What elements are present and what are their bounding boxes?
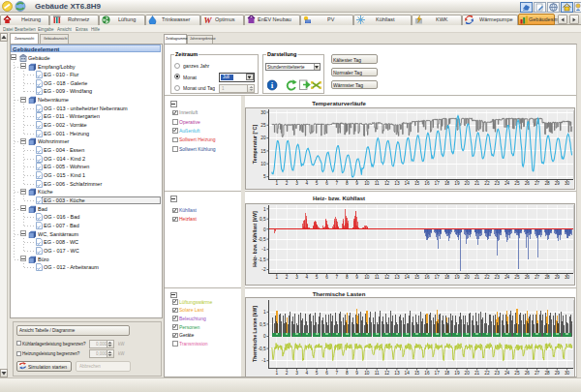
svg-text:-1: -1 — [261, 358, 266, 363]
svg-text:5: 5 — [316, 275, 319, 280]
svg-text:23: 23 — [495, 275, 501, 280]
svg-text:13: 13 — [394, 181, 400, 186]
svg-text:29: 29 — [555, 371, 561, 376]
svg-text:25: 25 — [514, 275, 520, 280]
svg-text:6: 6 — [325, 275, 328, 280]
svg-text:14: 14 — [405, 371, 411, 376]
svg-text:30: 30 — [260, 110, 266, 115]
svg-text:7: 7 — [335, 275, 338, 280]
svg-text:27: 27 — [535, 371, 540, 376]
svg-text:15: 15 — [414, 181, 420, 186]
svg-text:20: 20 — [465, 181, 471, 186]
svg-text:26: 26 — [525, 181, 531, 186]
svg-text:18: 18 — [444, 275, 450, 280]
svg-text:16: 16 — [424, 371, 430, 376]
svg-text:25: 25 — [514, 371, 520, 376]
svg-text:8: 8 — [346, 275, 349, 280]
svg-text:11: 11 — [375, 371, 380, 376]
svg-text:17: 17 — [435, 181, 441, 186]
svg-text:0: 0 — [263, 227, 266, 232]
svg-text:13: 13 — [394, 275, 400, 280]
svg-text:1: 1 — [263, 310, 266, 315]
svg-text:6: 6 — [325, 371, 328, 376]
svg-text:22: 22 — [484, 275, 490, 280]
svg-text:10: 10 — [364, 181, 370, 186]
svg-text:10: 10 — [364, 275, 370, 280]
svg-text:6: 6 — [325, 181, 328, 186]
svg-text:23: 23 — [495, 371, 501, 376]
svg-text:16: 16 — [424, 181, 430, 186]
svg-text:13: 13 — [394, 371, 400, 376]
svg-text:20: 20 — [260, 136, 266, 140]
svg-text:-2: -2 — [261, 267, 266, 272]
svg-text:9: 9 — [355, 275, 358, 280]
svg-text:26: 26 — [525, 275, 531, 280]
svg-text:7: 7 — [335, 181, 338, 186]
svg-text:24: 24 — [505, 181, 510, 186]
svg-text:1: 1 — [275, 371, 278, 376]
svg-text:29: 29 — [555, 181, 561, 186]
svg-text:11: 11 — [375, 275, 380, 280]
svg-text:30: 30 — [565, 275, 570, 280]
svg-text:15: 15 — [414, 371, 420, 376]
svg-text:2: 2 — [286, 275, 289, 280]
svg-text:12: 12 — [384, 275, 390, 280]
svg-text:28: 28 — [544, 181, 550, 186]
svg-text:0: 0 — [263, 334, 266, 339]
svg-text:8: 8 — [346, 181, 349, 186]
svg-text:5: 5 — [316, 371, 319, 376]
svg-text:22: 22 — [484, 181, 490, 186]
svg-text:20: 20 — [465, 275, 471, 280]
svg-text:5: 5 — [316, 181, 319, 186]
svg-text:12: 12 — [384, 181, 390, 186]
svg-text:-1,5: -1,5 — [258, 257, 265, 262]
svg-text:25: 25 — [514, 181, 520, 186]
svg-text:3: 3 — [295, 275, 298, 280]
svg-text:1: 1 — [275, 181, 278, 186]
svg-text:18: 18 — [444, 371, 450, 376]
svg-text:-1: -1 — [261, 247, 266, 252]
svg-text:4: 4 — [305, 181, 308, 186]
svg-text:-0,5: -0,5 — [258, 237, 265, 242]
svg-text:15: 15 — [260, 149, 266, 154]
svg-text:1: 1 — [263, 207, 266, 212]
svg-text:-0,5: -0,5 — [258, 347, 265, 351]
svg-text:4: 4 — [305, 371, 308, 376]
svg-text:Thermische Lasten [kW]: Thermische Lasten [kW] — [252, 306, 258, 362]
svg-text:30: 30 — [565, 371, 570, 376]
svg-text:14: 14 — [405, 181, 411, 186]
svg-text:11: 11 — [375, 181, 380, 186]
svg-text:4: 4 — [305, 275, 308, 280]
svg-text:7: 7 — [335, 371, 338, 376]
svg-text:28: 28 — [544, 371, 550, 376]
svg-text:16: 16 — [424, 275, 430, 280]
svg-text:10: 10 — [364, 371, 370, 376]
svg-text:26: 26 — [525, 371, 531, 376]
svg-text:30: 30 — [565, 181, 570, 186]
svg-text:23: 23 — [495, 181, 501, 186]
svg-text:19: 19 — [454, 371, 460, 376]
svg-text:20: 20 — [465, 371, 471, 376]
svg-text:0,5: 0,5 — [260, 322, 266, 327]
svg-text:0,5: 0,5 — [260, 217, 266, 222]
svg-text:17: 17 — [435, 275, 441, 280]
svg-text:3: 3 — [295, 181, 298, 186]
svg-text:Heiz- bzw. Kühllast [kW]: Heiz- bzw. Kühllast [kW] — [252, 211, 258, 267]
svg-text:24: 24 — [505, 275, 510, 280]
svg-text:25: 25 — [260, 123, 266, 128]
svg-text:15: 15 — [414, 275, 420, 280]
svg-text:21: 21 — [474, 275, 480, 280]
svg-text:10: 10 — [260, 162, 266, 166]
svg-text:12: 12 — [384, 371, 390, 376]
svg-text:9: 9 — [355, 181, 358, 186]
svg-text:19: 19 — [454, 181, 460, 186]
svg-text:9: 9 — [355, 371, 358, 376]
svg-text:Temperatur [°C]: Temperatur [°C] — [252, 125, 258, 165]
svg-text:1: 1 — [275, 275, 278, 280]
svg-text:21: 21 — [474, 181, 480, 186]
svg-text:27: 27 — [535, 275, 540, 280]
svg-text:17: 17 — [435, 371, 441, 376]
svg-text:8: 8 — [346, 371, 349, 376]
svg-text:3: 3 — [295, 371, 298, 376]
svg-text:24: 24 — [505, 371, 510, 376]
